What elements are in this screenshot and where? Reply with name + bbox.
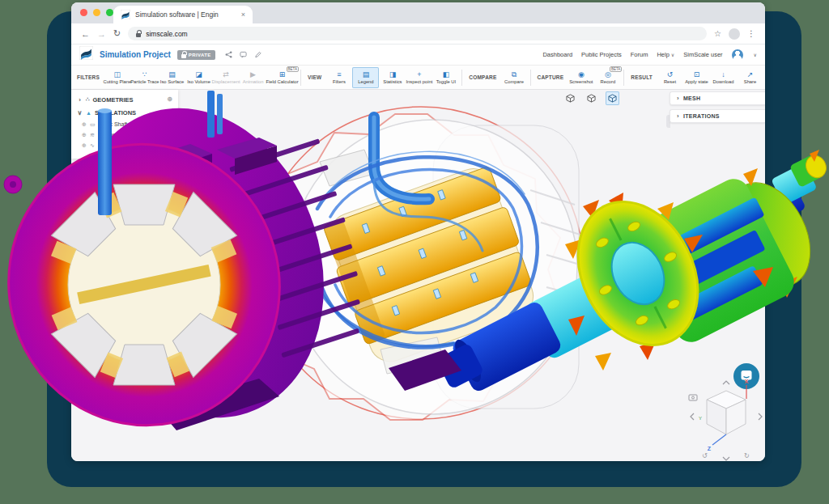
results-panel: › MESH › ITERATIONS (670, 91, 765, 127)
browser-tab-bar: Simulation software | Engin × (71, 2, 765, 23)
edit-pencil-icon[interactable] (254, 51, 261, 58)
tool-field-calculator[interactable]: BETA⊞Field Calculator (266, 67, 298, 88)
panel-mesh[interactable]: › MESH (670, 91, 765, 105)
simscale-favicon (121, 10, 130, 19)
rotate-cw-icon: ↻ (744, 452, 750, 460)
screenshot-icon: ◉ (578, 70, 585, 78)
tool-apply-state[interactable]: ⊡Apply state (683, 67, 710, 88)
apply-state-icon: ⊡ (694, 70, 700, 78)
tool-displacement: ⇄Displacement (212, 67, 240, 88)
bookmark-star-icon[interactable]: ☆ (714, 29, 721, 38)
part-toggle-icon-selected[interactable] (606, 91, 619, 105)
browser-menu-icon[interactable]: ⋮ (747, 29, 755, 38)
tree-item-geometries[interactable]: › ∴ GEOMETRIES ⊕ (71, 93, 178, 106)
user-avatar[interactable] (732, 49, 743, 61)
chevron-right-icon[interactable]: › (77, 96, 83, 104)
window-controls (80, 9, 113, 16)
rotate-down-chevron (723, 457, 729, 460)
iso-surface-icon: ▤ (168, 70, 176, 78)
download-icon: ↓ (721, 70, 725, 78)
tool-download[interactable]: ↓Download (710, 67, 737, 88)
tree-item-simulation-1[interactable]: ⊕ ▭ Static Shaft under Torque (71, 119, 178, 129)
statistics-icon: ◨ (389, 70, 397, 78)
tool-animation: ▶Animation (240, 67, 266, 88)
cutting-plane-icon: ◫ (114, 70, 121, 78)
tool-compare[interactable]: ⧉Compare (501, 67, 528, 88)
simscale-logo (79, 46, 93, 63)
reload-icon[interactable]: ↻ (113, 28, 121, 39)
tool-reset[interactable]: ↺Reset (657, 67, 683, 88)
tree-item-simulation-2[interactable]: ⊕ ≋ Conjugate Heat Transfer- Wa... (71, 129, 178, 140)
maximize-window-button[interactable] (106, 9, 113, 16)
comment-icon[interactable] (240, 51, 247, 58)
tree-item-simulations[interactable]: ∨ ▲ SIMULATIONS ⊕ (71, 106, 178, 119)
share-icon[interactable] (225, 51, 232, 58)
tab-close-icon[interactable]: × (241, 11, 245, 19)
chevron-down-icon[interactable]: ∨ (77, 109, 83, 116)
minimize-window-button[interactable] (93, 9, 100, 16)
lock-icon (136, 33, 141, 37)
nav-help[interactable]: Help∨ (657, 51, 674, 58)
forward-icon[interactable]: → (97, 29, 106, 39)
post-processing-toolbar: FILTERS ◫Cutting Plane ∵Particle Trace ▤… (71, 66, 765, 90)
field-calculator-icon: ⊞ (279, 70, 286, 78)
tool-toggle-ui[interactable]: ◧Toggle UI (432, 67, 459, 88)
tool-share-result[interactable]: ↗Share (737, 67, 763, 88)
part-toggle-icon[interactable] (585, 91, 598, 105)
part-toggle-icon[interactable] (563, 91, 577, 105)
tool-legend[interactable]: ▤Legend (352, 67, 379, 88)
tool-record[interactable]: BETA◎Record (594, 67, 621, 88)
expand-icon[interactable]: ⊕ (82, 132, 87, 138)
privacy-badge: PRIVATE (177, 50, 215, 60)
nav-public-projects[interactable]: Public Projects (581, 51, 622, 58)
tool-inspect-point[interactable]: +Inspect point (406, 67, 432, 88)
badge-lock-icon (181, 54, 186, 58)
close-window-button[interactable] (80, 9, 87, 16)
back-icon[interactable]: ← (81, 29, 90, 39)
expand-icon[interactable]: ⊕ (82, 142, 87, 149)
user-chevron-down-icon[interactable]: ∨ (754, 52, 757, 57)
tool-filters[interactable]: ≡Filters (325, 67, 352, 88)
add-geometry-icon[interactable]: ⊕ (167, 96, 172, 103)
rotate-left-chevron (691, 413, 694, 420)
animation-icon: ▶ (250, 70, 256, 78)
fit-view-icon (689, 395, 697, 400)
expand-icon[interactable]: ⊕ (82, 121, 87, 128)
chevron-right-icon[interactable]: › (677, 95, 679, 102)
toolbar-section-filters: FILTERS (73, 74, 104, 80)
simulation-type-icon: ∿ (90, 142, 95, 149)
project-title: Simulation Project (100, 50, 171, 59)
rotate-up-chevron (723, 381, 729, 384)
tool-iso-surface[interactable]: ▤Iso Surface (159, 67, 185, 88)
axis-x-label: X (745, 379, 749, 384)
browser-profile-avatar[interactable] (729, 28, 740, 40)
viewport-3d[interactable]: › ∴ GEOMETRIES ⊕ ∨ ▲ SIMULATIONS ⊕ ⊕ ▭ S… (71, 90, 765, 461)
axis-y-label: Y (699, 416, 702, 421)
simulation-type-icon: ▭ (90, 121, 96, 128)
particle-trace-icon: ∵ (142, 70, 147, 78)
tool-screenshot[interactable]: ◉Screenshot (568, 67, 594, 88)
url-field[interactable]: simscale.com (128, 27, 707, 40)
navigation-cube[interactable]: X Z Y ↺ ↻ (686, 378, 765, 461)
nav-forum[interactable]: Forum (631, 51, 648, 58)
url-text: simscale.com (146, 30, 187, 38)
tool-statistics[interactable]: ◨Statistics (379, 67, 406, 88)
tool-iso-volume[interactable]: ◪Iso Volume (185, 67, 212, 88)
add-simulation-icon[interactable]: ⊕ (167, 109, 172, 116)
nav-username[interactable]: SimScale user (683, 51, 722, 58)
tool-particle-trace[interactable]: ∵Particle Trace (131, 67, 159, 88)
tool-cutting-plane[interactable]: ◫Cutting Plane (104, 67, 131, 88)
tree-item-simulation-3[interactable]: ⊕ ∿ Sh (71, 140, 178, 150)
panel-iterations[interactable]: › ITERATIONS (670, 109, 765, 123)
axis-z-label: Z (708, 446, 712, 451)
browser-tab[interactable]: Simulation software | Engin × (113, 6, 253, 23)
displacement-icon: ⇄ (223, 70, 229, 78)
toggle-ui-icon: ◧ (443, 70, 450, 78)
address-bar: ← → ↻ simscale.com ☆ ⋮ (71, 23, 765, 44)
toolbar-section-view: VIEW (304, 74, 325, 80)
geometries-icon: ∴ (86, 96, 89, 103)
nav-dashboard[interactable]: Dashboard (542, 51, 572, 58)
chevron-right-icon[interactable]: › (677, 112, 679, 120)
inspect-point-icon: + (417, 70, 421, 78)
rotate-right-chevron (759, 413, 762, 420)
